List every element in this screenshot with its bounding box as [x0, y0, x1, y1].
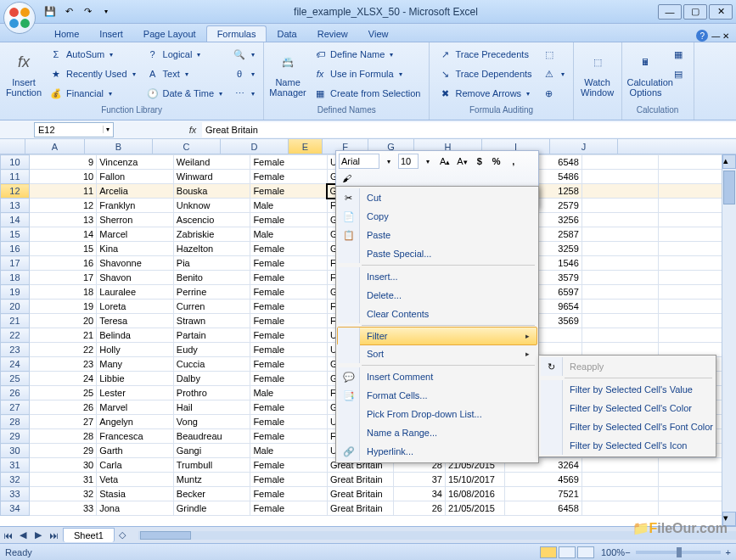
- cell[interactable]: Hail: [173, 400, 250, 415]
- grow-font-icon[interactable]: A▴: [437, 154, 452, 169]
- ctx-hyperlink[interactable]: 🔗Hyperlink...: [338, 442, 537, 461]
- sheet-tab[interactable]: Sheet1: [63, 528, 115, 542]
- ctx-format-cells[interactable]: 📑Format Cells...: [338, 386, 537, 405]
- cell[interactable]: 26: [29, 400, 96, 415]
- ctx-paste[interactable]: 📋Paste: [338, 226, 537, 244]
- cell[interactable]: Female: [250, 458, 328, 473]
- cell[interactable]: Gangi: [173, 444, 250, 458]
- cell[interactable]: 26: [393, 501, 445, 516]
- cell[interactable]: 28: [29, 429, 96, 444]
- cell[interactable]: Dalby: [173, 372, 250, 386]
- ribbon-minimize-icon[interactable]: — ✕: [711, 31, 729, 41]
- error-checking-button[interactable]: ⚠▾: [539, 64, 568, 83]
- cell[interactable]: 18: [29, 285, 96, 300]
- cell[interactable]: [581, 458, 659, 473]
- cell[interactable]: [581, 256, 659, 271]
- cell[interactable]: 19: [29, 300, 96, 314]
- cell[interactable]: Female: [250, 300, 328, 314]
- trace-dependents-button[interactable]: ↘Trace Dependents: [435, 64, 535, 83]
- col-header-B[interactable]: B: [85, 139, 153, 154]
- cell[interactable]: Zabriskie: [173, 227, 250, 242]
- format-painter-icon[interactable]: 🖌: [339, 171, 354, 186]
- ctx-clear-contents[interactable]: Clear Contents: [338, 305, 537, 323]
- ctx-cut[interactable]: ✂Cut: [338, 188, 537, 207]
- cell[interactable]: Becker: [173, 487, 250, 501]
- sheet-nav-first-icon[interactable]: ⏮: [0, 530, 15, 540]
- cell[interactable]: 12: [29, 199, 96, 213]
- tab-formulas[interactable]: Formulas: [206, 25, 267, 42]
- cell[interactable]: 16: [29, 256, 96, 271]
- cell[interactable]: Female: [250, 271, 328, 285]
- scrollbar-thumb[interactable]: [723, 171, 735, 204]
- row-header[interactable]: 34: [1, 501, 30, 516]
- view-normal-icon[interactable]: [540, 546, 557, 558]
- cell[interactable]: Kina: [97, 242, 174, 256]
- cell[interactable]: 30: [29, 458, 96, 473]
- row-header[interactable]: 20: [1, 300, 30, 314]
- cell[interactable]: Winward: [173, 170, 250, 184]
- autosum-button[interactable]: ΣAutoSum▾: [46, 45, 139, 64]
- math-trig-button[interactable]: θ▾: [229, 64, 258, 83]
- help-icon[interactable]: ?: [696, 30, 708, 42]
- insert-function-button[interactable]: fx Insert Function: [5, 45, 42, 98]
- cell[interactable]: Fallon: [97, 170, 174, 184]
- cell[interactable]: 9: [29, 155, 96, 170]
- cell[interactable]: [581, 271, 659, 285]
- cell[interactable]: 15/10/2017: [445, 473, 504, 487]
- cell[interactable]: Female: [250, 357, 328, 372]
- row-header[interactable]: 11: [1, 170, 30, 184]
- cell[interactable]: Pia: [173, 256, 250, 271]
- cell[interactable]: 21: [29, 328, 96, 343]
- zoom-in-icon[interactable]: +: [726, 547, 731, 557]
- more-functions-button[interactable]: ⋯▾: [229, 84, 258, 103]
- cell[interactable]: 4569: [505, 473, 582, 487]
- cell[interactable]: Male: [250, 199, 328, 213]
- cell[interactable]: 22: [29, 343, 96, 357]
- cell[interactable]: Female: [250, 343, 328, 357]
- row-header[interactable]: 28: [1, 415, 30, 429]
- define-name-button[interactable]: 🏷Define Name▾: [310, 45, 424, 64]
- cell[interactable]: Female: [250, 213, 328, 227]
- cell[interactable]: Sherron: [97, 213, 174, 227]
- calculation-options-button[interactable]: 🖩 Calculation Options: [627, 45, 665, 98]
- cell[interactable]: Lester: [97, 386, 174, 400]
- cell[interactable]: Teresa: [97, 314, 174, 328]
- cell[interactable]: Perrine: [173, 285, 250, 300]
- cell[interactable]: Trumbull: [173, 458, 250, 473]
- ctx-filter-color[interactable]: Filter by Selected Cell's Color: [541, 399, 714, 417]
- cell[interactable]: Muntz: [173, 473, 250, 487]
- cell[interactable]: Female: [250, 487, 328, 501]
- view-page-layout-icon[interactable]: [559, 546, 576, 558]
- show-formulas-button[interactable]: ⬚: [539, 45, 568, 64]
- undo-icon[interactable]: ↶: [61, 4, 76, 20]
- cell[interactable]: Garth: [97, 444, 174, 458]
- remove-arrows-button[interactable]: ✖Remove Arrows▾: [435, 84, 535, 103]
- cell[interactable]: Jona: [97, 501, 174, 516]
- date-time-button[interactable]: 🕐Date & Time▾: [143, 84, 227, 103]
- cell[interactable]: Female: [250, 285, 328, 300]
- tab-view[interactable]: View: [358, 26, 399, 42]
- cell[interactable]: 32: [29, 487, 96, 501]
- row-header[interactable]: 31: [1, 458, 30, 473]
- cell[interactable]: Eudy: [173, 343, 250, 357]
- zoom-slider[interactable]: [636, 551, 721, 554]
- row-header[interactable]: 22: [1, 328, 30, 343]
- cell[interactable]: Female: [250, 415, 328, 429]
- select-all-corner[interactable]: [0, 139, 25, 154]
- row-header[interactable]: 25: [1, 372, 30, 386]
- cell[interactable]: Benito: [173, 271, 250, 285]
- cell[interactable]: [581, 328, 659, 343]
- financial-button[interactable]: 💰Financial▾: [46, 84, 139, 103]
- qat-customize-icon[interactable]: ▾: [98, 4, 114, 20]
- col-header-E[interactable]: E: [289, 139, 323, 154]
- cell[interactable]: 7521: [505, 487, 582, 501]
- col-header-D[interactable]: D: [221, 139, 289, 154]
- cell[interactable]: Veta: [97, 473, 174, 487]
- row-header[interactable]: 29: [1, 429, 30, 444]
- row-header[interactable]: 24: [1, 357, 30, 372]
- percent-icon[interactable]: %: [489, 154, 504, 169]
- cell[interactable]: Francesca: [97, 429, 174, 444]
- lookup-ref-button[interactable]: 🔍▾: [229, 45, 258, 64]
- cell[interactable]: Stasia: [97, 487, 174, 501]
- col-header-A[interactable]: A: [25, 139, 85, 154]
